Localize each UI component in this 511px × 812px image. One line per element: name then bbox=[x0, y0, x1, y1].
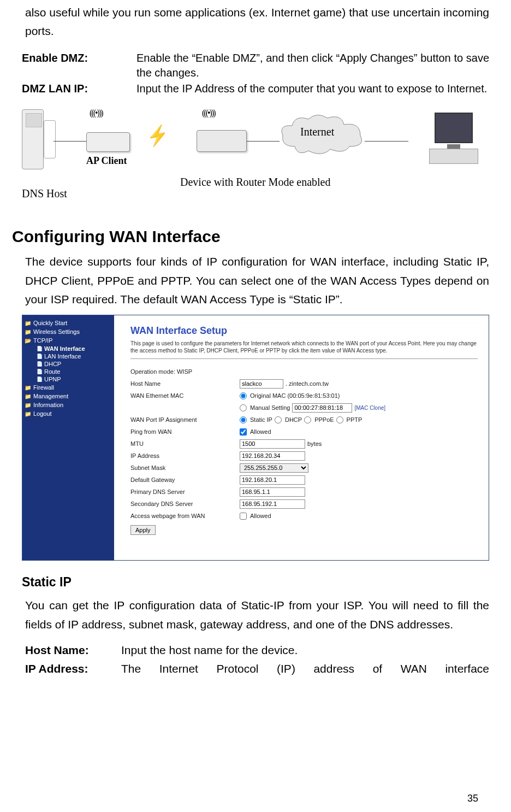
pdns-label: Primary DNS Server bbox=[130, 489, 240, 495]
connector-line bbox=[54, 141, 86, 142]
ap-client-label: AP Client bbox=[86, 155, 127, 167]
def-enable-dmz: Enable DMZ: Enable the “Enable DMZ”, and… bbox=[22, 51, 489, 80]
def-text: The Internet Protocol (IP) address of WA… bbox=[121, 660, 489, 678]
gw-label: Default Gateway bbox=[130, 476, 240, 483]
nav-tcpip[interactable]: TCP/IP bbox=[25, 336, 112, 345]
def-ip-address: IP Address: The Internet Protocol (IP) a… bbox=[22, 660, 489, 678]
origmac-radio[interactable] bbox=[240, 392, 247, 399]
apply-button[interactable]: Apply bbox=[130, 525, 156, 535]
section-body: The device supports four kinds of IP con… bbox=[22, 252, 489, 309]
dns-host-icon bbox=[22, 109, 56, 175]
nav-logout[interactable]: Logout bbox=[25, 409, 112, 418]
router-icon bbox=[197, 130, 247, 152]
pptp-label: PPTP bbox=[347, 416, 363, 423]
staticip-label: Static IP bbox=[250, 416, 272, 423]
mac-clone-link[interactable]: [MAC Clone] bbox=[354, 405, 385, 411]
pppoe-label: PPPoE bbox=[314, 416, 334, 423]
connector-line bbox=[247, 141, 280, 142]
ap-client-icon bbox=[86, 132, 130, 152]
pdns-input[interactable] bbox=[240, 487, 305, 497]
nav-lan-interface[interactable]: LAN Interface bbox=[25, 352, 112, 360]
webpage-label: Access webpage from WAN bbox=[130, 513, 240, 519]
pptp-radio[interactable] bbox=[336, 416, 343, 423]
connector-line bbox=[365, 141, 408, 142]
nav-wan-interface[interactable]: WAN Interface bbox=[25, 345, 112, 352]
ping-checkbox[interactable] bbox=[240, 428, 247, 436]
def-host-name: Host Name: Input the host name for the d… bbox=[22, 642, 489, 659]
def-label: DMZ LAN IP: bbox=[22, 81, 136, 96]
router-label: Device with Router Mode enabled bbox=[180, 176, 330, 189]
manualmac-input[interactable] bbox=[292, 403, 352, 413]
nav-management[interactable]: Management bbox=[25, 392, 112, 401]
subnet-select[interactable]: 255.255.255.0 bbox=[240, 463, 308, 473]
staticip-body: You can get the IP configuration data of… bbox=[22, 596, 489, 634]
dhcp-radio[interactable] bbox=[275, 416, 282, 423]
webpage-checkbox[interactable] bbox=[240, 513, 247, 520]
nav-wireless[interactable]: Wireless Settings bbox=[25, 327, 112, 336]
network-diagram: DNS Host (((•))) AP Client ⚡ (((•))) Dev… bbox=[22, 103, 489, 212]
hostname-input[interactable] bbox=[240, 379, 283, 389]
gw-input[interactable] bbox=[240, 475, 305, 485]
sdns-input[interactable] bbox=[240, 499, 305, 509]
def-text: Input the host name for the device. bbox=[121, 642, 489, 659]
mtu-label: MTU bbox=[130, 440, 240, 447]
subnet-label: Subnet Mask bbox=[130, 464, 240, 471]
nav-firewall[interactable]: Firewall bbox=[25, 383, 112, 392]
hostname-label: Host Name bbox=[130, 380, 240, 387]
form-title: WAN Interface Setup bbox=[130, 325, 478, 337]
ip-label: IP Address bbox=[130, 452, 240, 459]
ping-label: Ping from WAN bbox=[130, 428, 240, 435]
manualmac-label: Manual Setting bbox=[250, 404, 290, 411]
intro-paragraph: also useful while you run some applicati… bbox=[22, 3, 489, 40]
dns-host-label: DNS Host bbox=[22, 187, 67, 200]
wan-form: WAN Interface Setup This page is used to… bbox=[114, 315, 489, 540]
def-label: IP Address: bbox=[25, 660, 121, 678]
staticip-radio[interactable] bbox=[240, 416, 247, 423]
sub-heading-staticip: Static IP bbox=[22, 575, 489, 590]
wanport-label: WAN Port IP Assignment bbox=[130, 416, 240, 423]
wireless-link-icon: ⚡ bbox=[145, 123, 171, 149]
def-dmz-lan-ip: DMZ LAN IP: Input the IP Address of the … bbox=[22, 81, 489, 96]
sdns-label: Secondary DNS Server bbox=[130, 501, 240, 507]
dhcp-label: DHCP bbox=[285, 416, 302, 423]
ip-input[interactable] bbox=[240, 451, 305, 461]
allowed-label: Allowed bbox=[250, 513, 271, 519]
bytes-label: bytes bbox=[307, 440, 322, 447]
form-description: This page is used to configure the param… bbox=[130, 340, 478, 359]
wan-setup-screenshot: Quickly Start Wireless Settings TCP/IP W… bbox=[22, 315, 489, 561]
def-label: Host Name: bbox=[25, 642, 121, 659]
pppoe-radio[interactable] bbox=[304, 416, 311, 423]
nav-information[interactable]: Information bbox=[25, 401, 112, 409]
wanmac-label: WAN Ethernet MAC bbox=[130, 392, 240, 399]
hostname-suffix: . zintech.com.tw bbox=[286, 380, 329, 387]
origmac-label: Original MAC (00:05:9e:81:53:01) bbox=[250, 392, 340, 399]
allowed-label: Allowed bbox=[250, 428, 271, 435]
nav-sidebar: Quickly Start Wireless Settings TCP/IP W… bbox=[22, 315, 114, 560]
nav-dhcp[interactable]: DHCP bbox=[25, 360, 112, 368]
def-text: Enable the “Enable DMZ”, and then click … bbox=[136, 51, 489, 80]
mtu-input[interactable] bbox=[240, 439, 305, 449]
radio-waves-icon: (((•))) bbox=[90, 108, 103, 118]
radio-waves-icon: (((•))) bbox=[202, 108, 215, 118]
nav-upnp[interactable]: UPNP bbox=[25, 375, 112, 383]
nav-quickly-start[interactable]: Quickly Start bbox=[25, 319, 112, 327]
page-number: 35 bbox=[467, 793, 478, 804]
manualmac-radio[interactable] bbox=[240, 404, 247, 411]
client-pc-icon bbox=[424, 113, 484, 167]
def-label: Enable DMZ: bbox=[22, 51, 136, 80]
nav-route[interactable]: Route bbox=[25, 368, 112, 375]
internet-label: Internet bbox=[300, 126, 334, 138]
opmode-label: Operation mode: WISP bbox=[130, 368, 240, 375]
def-text: Input the IP Address of the computer tha… bbox=[136, 81, 489, 96]
section-heading-wan: Configuring WAN Interface bbox=[12, 227, 489, 246]
